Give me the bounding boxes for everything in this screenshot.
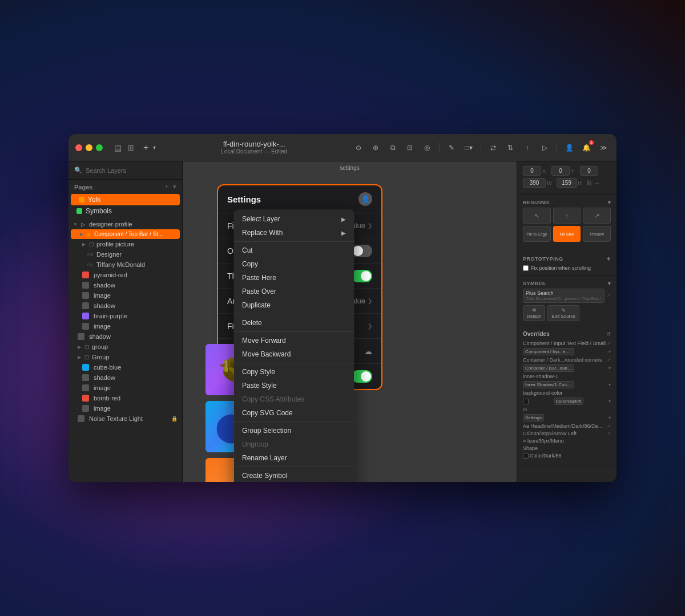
- cm-rename-layer[interactable]: Rename Layer: [234, 451, 354, 465]
- layer-image3[interactable]: image: [68, 383, 182, 393]
- layer-component-top-bar[interactable]: ▶ ◈ Component / Top Bar / St...: [71, 229, 180, 239]
- resize-cell-pin-edge[interactable]: Pin to Edge: [523, 226, 551, 242]
- cm-move-backward[interactable]: Move Backward: [234, 347, 354, 361]
- expand-icon[interactable]: ≫: [597, 141, 610, 154]
- y-input[interactable]: [551, 166, 570, 176]
- add-page-button[interactable]: +: [165, 183, 168, 191]
- ov-dropdown-icon[interactable]: ▾: [609, 366, 611, 371]
- add-prototype-button[interactable]: +: [606, 255, 611, 263]
- layer-profile-picture[interactable]: ▶ ▢ profile picture: [68, 239, 182, 249]
- shapes-icon[interactable]: □▾: [462, 141, 475, 154]
- flip-icon[interactable]: ↔: [594, 180, 600, 186]
- layer-tiffany-text[interactable]: Aa Tiffany McDonald: [68, 260, 182, 270]
- resize-cell-preview[interactable]: Preview: [583, 226, 611, 242]
- lock-ratio-icon[interactable]: ⛓: [586, 180, 592, 186]
- sidebar-toggle-icons[interactable]: ▤ ⊞: [114, 143, 134, 152]
- resizing-dropdown-icon[interactable]: ▾: [608, 200, 611, 205]
- layer-shadow3[interactable]: shadow: [68, 331, 182, 342]
- pen-icon[interactable]: ✎: [445, 141, 458, 154]
- add-dropdown[interactable]: ▾: [153, 144, 156, 151]
- overrides-refresh-icon[interactable]: ↺: [606, 331, 611, 337]
- cm-paste-style[interactable]: Paste Style: [234, 379, 354, 392]
- cm-cut[interactable]: Cut: [234, 244, 354, 257]
- mirror-icon[interactable]: ⇄: [487, 141, 499, 154]
- ov-link-icon[interactable]: ↗: [607, 341, 611, 346]
- cm-copy-svg[interactable]: Copy SVG Code: [234, 406, 354, 420]
- layer-image1[interactable]: image: [68, 290, 182, 301]
- layer-noise-texture[interactable]: Noise Texture Light 🔒: [68, 414, 182, 424]
- cm-copy-style[interactable]: Copy Style: [234, 365, 354, 379]
- symbol-name-display[interactable]: Plus Search This Document/C...ponent / T…: [523, 289, 605, 303]
- ov-link-icon[interactable]: ↗: [607, 358, 611, 363]
- layer-shadow1[interactable]: shadow: [68, 280, 182, 290]
- cm-paste-here[interactable]: Paste Here: [234, 271, 354, 285]
- add-button[interactable]: +: [143, 143, 148, 153]
- edit-source-button[interactable]: ✎ Edit Source: [547, 305, 579, 321]
- cm-delete[interactable]: Delete: [234, 316, 354, 330]
- layer-shadow4[interactable]: shadow: [68, 372, 182, 383]
- x-input[interactable]: [523, 166, 541, 176]
- fix-position-checkbox[interactable]: [523, 265, 529, 271]
- ov-dropdown-icon[interactable]: ▾: [609, 382, 611, 387]
- h-input[interactable]: [557, 178, 577, 188]
- cm-move-forward[interactable]: Move Forward: [234, 334, 354, 347]
- hotspot-icon[interactable]: ◎: [421, 141, 433, 154]
- minimize-button[interactable]: [86, 144, 92, 151]
- ov-dropdown-icon[interactable]: ▾: [609, 415, 611, 420]
- resize-cell-tm[interactable]: ↑: [553, 208, 581, 224]
- layer-cube-blue[interactable]: cube-blue: [68, 362, 182, 372]
- resize-cell-fix-size[interactable]: Fix Size: [553, 226, 581, 242]
- export-icon[interactable]: ↑: [521, 141, 534, 154]
- cm-paste-over[interactable]: Paste Over: [234, 285, 354, 298]
- layer-group2[interactable]: ▶ ▢ Group: [68, 352, 182, 362]
- layer-group1[interactable]: ▶ ▢ group: [68, 342, 182, 352]
- search-input[interactable]: [86, 167, 176, 174]
- sidebar-icon[interactable]: ▤: [114, 143, 122, 152]
- pages-dropdown-icon[interactable]: ▾: [173, 183, 176, 191]
- resize-cell-tl[interactable]: ↖: [523, 208, 551, 224]
- slice-icon[interactable]: ⊟: [404, 141, 416, 154]
- symbol-dropdown-icon[interactable]: ▾: [608, 281, 611, 286]
- ov-select-3[interactable]: Color/Dark/6: [554, 398, 584, 405]
- layer-pyramid-red[interactable]: pyramid-red: [68, 270, 182, 280]
- cm-replace-with[interactable]: Replace With ▶: [234, 226, 354, 240]
- cm-group-selection[interactable]: Group Selection: [234, 424, 354, 437]
- toggle-off[interactable]: ×: [352, 245, 372, 257]
- insert-icon[interactable]: ⊕: [369, 141, 382, 154]
- close-button[interactable]: [75, 144, 82, 151]
- maximize-button[interactable]: [96, 144, 103, 151]
- ov-select-2[interactable]: Inner Shadow/1 Concave: [523, 381, 574, 388]
- toggle-switch[interactable]: ×: [352, 245, 372, 257]
- notification-icon[interactable]: 🔔 1: [580, 141, 593, 154]
- ov-dropdown-icon[interactable]: ▾: [609, 349, 611, 354]
- account-icon[interactable]: 👤: [563, 141, 575, 154]
- w-input[interactable]: [523, 178, 546, 188]
- page-item-symbols[interactable]: Symbols: [68, 205, 182, 217]
- ov-select-1[interactable]: Container / Dar...ounded corners: [523, 364, 574, 372]
- detach-button[interactable]: ⧉ Detach: [523, 305, 545, 321]
- ov-link-icon[interactable]: ↗: [607, 424, 611, 429]
- layer-image2[interactable]: image: [68, 321, 182, 331]
- component-icon[interactable]: ⧉: [386, 141, 399, 154]
- grid-icon[interactable]: ⊞: [127, 143, 134, 152]
- toggle-switch-on[interactable]: ✓: [352, 270, 372, 282]
- cm-create-symbol[interactable]: Create Symbol: [234, 469, 354, 482]
- cm-select-layer[interactable]: Select Layer ▶: [234, 212, 354, 226]
- layer-brain-purple[interactable]: brain-purple: [68, 311, 182, 321]
- symbol-link-icon[interactable]: ↗: [607, 293, 611, 298]
- ov-link-icon[interactable]: ↗: [607, 431, 611, 436]
- layer-bomb-red[interactable]: bomb-red: [68, 393, 182, 403]
- ov-select-settings[interactable]: Settings: [523, 414, 544, 422]
- layer-shadow2[interactable]: shadow: [68, 301, 182, 311]
- ov-select-0[interactable]: Component / Inp...ext Field / Small: [523, 348, 574, 355]
- present-icon[interactable]: ▷: [538, 141, 551, 154]
- layer-designer-text[interactable]: Aa Designer: [68, 249, 182, 260]
- inspector-icon[interactable]: ⊙: [352, 141, 365, 154]
- resize-cell-tr[interactable]: ↗: [583, 208, 611, 224]
- page-item-yolk[interactable]: Yolk: [71, 194, 180, 205]
- ov-dropdown-icon[interactable]: ▾: [609, 399, 611, 404]
- cm-copy[interactable]: Copy: [234, 257, 354, 271]
- cm-duplicate[interactable]: Duplicate: [234, 298, 354, 312]
- layer-designer-profile[interactable]: ▼ ▷ designer-profile: [68, 219, 182, 229]
- z-input[interactable]: [580, 166, 598, 176]
